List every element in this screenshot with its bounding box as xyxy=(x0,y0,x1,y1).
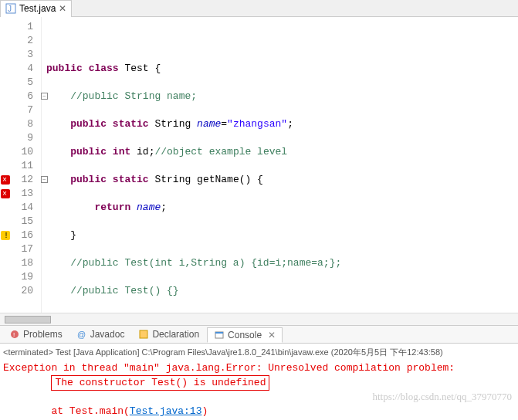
console-panel: <terminated> Test [Java Application] C:\… xyxy=(0,344,518,420)
error-marker-icon[interactable] xyxy=(1,189,10,198)
horizontal-scrollbar[interactable] xyxy=(0,313,518,325)
tab-javadoc[interactable]: @ Javadoc xyxy=(70,327,131,341)
tab-declaration[interactable]: Declaration xyxy=(132,327,205,341)
declaration-icon xyxy=(138,329,149,340)
editor-tab[interactable]: J Test.java ✕ xyxy=(0,0,72,17)
svg-rect-5 xyxy=(140,330,147,338)
svg-text:!: ! xyxy=(13,331,15,338)
warning-marker-icon[interactable] xyxy=(1,231,10,240)
close-icon[interactable]: ✕ xyxy=(268,330,276,340)
problems-icon: ! xyxy=(9,329,20,340)
fold-icon[interactable]: − xyxy=(41,93,48,100)
svg-text:J: J xyxy=(8,5,12,13)
close-icon[interactable]: ✕ xyxy=(59,3,66,14)
svg-rect-7 xyxy=(215,332,223,334)
console-output[interactable]: Exception in thread "main" java.lang.Err… xyxy=(3,361,515,418)
tab-title: Test.java xyxy=(19,3,56,14)
line-number-gutter: 1 2 3 4 5 6− 7 8 9 10 11 12− 13 14 15 16… xyxy=(11,17,42,313)
code-area[interactable]: public class Test { //public String name… xyxy=(42,17,346,313)
editor-tabbar: J Test.java ✕ xyxy=(0,0,518,17)
tab-console[interactable]: Console ✕ xyxy=(207,327,283,343)
console-icon xyxy=(214,330,225,340)
error-marker-icon[interactable] xyxy=(1,175,10,185)
stacktrace-link[interactable]: Test.java:13 xyxy=(130,405,202,417)
tab-problems[interactable]: ! Problems xyxy=(3,327,69,341)
console-header: <terminated> Test [Java Application] C:\… xyxy=(3,345,515,361)
fold-icon[interactable]: − xyxy=(41,176,48,183)
svg-text:@: @ xyxy=(77,330,86,339)
scrollbar-thumb[interactable] xyxy=(5,316,51,323)
code-editor[interactable]: 1 2 3 4 5 6− 7 8 9 10 11 12− 13 14 15 16… xyxy=(0,17,518,313)
java-file-icon: J xyxy=(5,3,16,14)
javadoc-icon: @ xyxy=(76,329,87,340)
bottom-tabbar: ! Problems @ Javadoc Declaration Console… xyxy=(0,325,518,344)
marker-column xyxy=(0,17,11,313)
